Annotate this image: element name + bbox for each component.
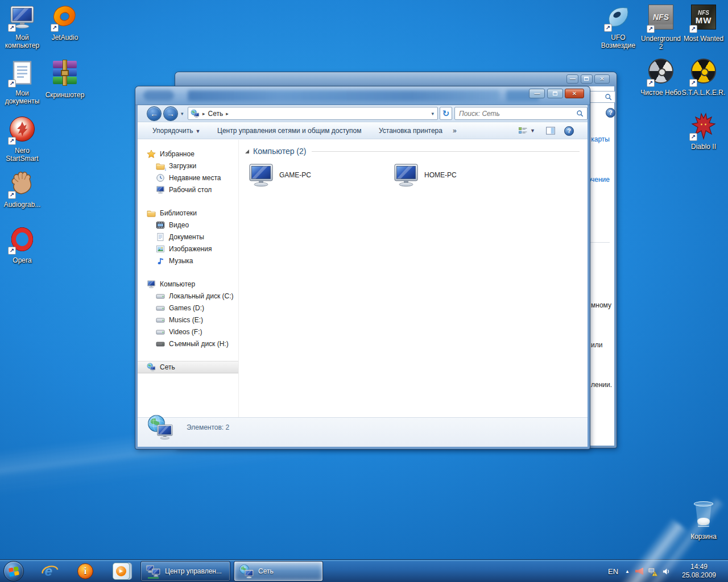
background-window-titlebar[interactable]: — ✕ xyxy=(175,72,617,86)
volume-tray-icon[interactable] xyxy=(660,560,672,582)
close-button[interactable]: ✕ xyxy=(565,89,584,98)
sidebar-item-disk-h[interactable]: Съемный диск (H:) xyxy=(138,338,238,350)
sidebar-item-disk-f[interactable]: Videos (F:) xyxy=(138,326,238,338)
search-input[interactable] xyxy=(455,107,587,119)
change-view-button[interactable]: ▼ xyxy=(518,122,535,139)
breadcrumb-network[interactable]: Сеть xyxy=(208,110,224,118)
sidebar-item-downloads[interactable]: ↓ Загрузки xyxy=(138,160,238,172)
windows-flag-icon xyxy=(9,566,20,577)
removable-drive-icon xyxy=(156,339,165,348)
sidebar-item-disk-d[interactable]: Games (D:) xyxy=(138,302,238,314)
maximize-button[interactable] xyxy=(547,89,563,98)
minimize-button[interactable]: — xyxy=(566,74,578,84)
organize-menu[interactable]: Упорядочить▼ xyxy=(152,122,200,139)
text-fragment: мному xyxy=(591,301,611,309)
recent-pages-chevron-icon[interactable]: ▾ xyxy=(181,111,184,117)
speaker-icon xyxy=(662,567,671,576)
address-dropdown-icon[interactable]: ▾ xyxy=(431,111,435,117)
close-button[interactable]: ✕ xyxy=(594,74,610,84)
search-box[interactable] xyxy=(454,107,588,120)
desktop-icon-jetaudio[interactable]: ↗ JetAudio xyxy=(43,3,87,41)
desktop-icon-stalker[interactable]: ↗ S.T.A.L.K.E.R. xyxy=(681,57,726,97)
desktop-icon-nero-startsmart[interactable]: ↗ Nero StartSmart xyxy=(0,115,44,163)
taskbar-ie-button[interactable]: e xyxy=(40,561,60,581)
maximize-button[interactable] xyxy=(581,74,593,84)
shortcut-arrow-icon: ↗ xyxy=(8,80,16,88)
recent-places-icon xyxy=(156,173,165,182)
desktop-icon-my-computer[interactable]: ↗ Мой компьютер xyxy=(0,3,44,50)
sidebar-item-recent-places[interactable]: Недавние места xyxy=(138,172,238,184)
nfs-logo-icon: NFS ↗ xyxy=(646,5,676,33)
help-icon[interactable]: ? xyxy=(606,108,615,118)
install-printer-button[interactable]: Установка принтера xyxy=(379,122,442,139)
nfs-mw-logo-icon: NFSMW ↗ xyxy=(689,5,718,33)
radiation-yellow-icon: ↗ xyxy=(689,59,718,87)
network-computer-game-pc[interactable]: GAME-PC xyxy=(247,160,384,190)
orange-i-icon: i xyxy=(77,563,93,579)
taskbar-media-player-button[interactable] xyxy=(111,561,131,581)
ufo-teardrop-icon: ↗ xyxy=(603,3,633,32)
sidebar-item-music[interactable]: Музыка xyxy=(138,255,238,267)
taskbar-window-network[interactable]: Сеть xyxy=(234,561,323,581)
red-speaker-tray-icon[interactable] xyxy=(634,560,645,582)
back-button[interactable]: ← xyxy=(147,106,162,121)
explorer-window-network[interactable]: — ✕ ← → ▾ ▸ Сеть ▸ ▾ ↻ xyxy=(135,86,590,449)
views-icon xyxy=(518,126,528,136)
refresh-button[interactable]: ↻ xyxy=(440,107,452,120)
shortcut-arrow-icon: ↗ xyxy=(51,24,59,32)
desktop-icon-nfs-most-wanted[interactable]: NFSMW ↗ Most Wanted xyxy=(681,3,726,43)
sidebar-item-disk-c[interactable]: Локальный диск (C:) xyxy=(138,290,238,302)
titlebar[interactable]: — ✕ xyxy=(135,86,590,105)
desktop-icon-diablo2[interactable]: ↗ Diablo II xyxy=(681,113,726,151)
computer-icon xyxy=(392,161,420,189)
help-icon: ? xyxy=(564,126,574,136)
taskbar-info-button[interactable]: i xyxy=(75,561,96,581)
forward-button[interactable]: → xyxy=(163,106,178,121)
sidebar-item-favorites[interactable]: Избранное xyxy=(138,148,238,160)
sidebar-item-computer[interactable]: Компьютер xyxy=(138,278,238,290)
clock-time: 14:49 xyxy=(690,563,708,571)
taskbar-window-network-center[interactable]: Центр управлен... xyxy=(140,561,230,581)
desktop-icon-nfs-underground2[interactable]: NFS ↗ Underground 2 xyxy=(639,3,683,51)
clock-date: 25.08.2009 xyxy=(682,571,716,580)
start-button[interactable] xyxy=(3,561,24,581)
sidebar-item-video[interactable]: Видео xyxy=(138,219,238,231)
sidebar-item-desktop[interactable]: Рабочий стол xyxy=(138,184,238,196)
network-computer-home-pc[interactable]: HOME-PC xyxy=(392,160,529,190)
group-header-computer[interactable]: Компьютер (2) xyxy=(245,146,580,157)
desktop-icon-my-documents[interactable]: ↗ Мои документы xyxy=(0,59,44,106)
desktop-icon-ufo[interactable]: ↗ UFO Возмездие xyxy=(596,3,640,50)
search-icon xyxy=(576,110,584,118)
desktop-monitor-icon xyxy=(156,185,165,194)
sidebar-item-network[interactable]: Сеть xyxy=(138,361,238,373)
network-center-button[interactable]: Центр управления сетями и общим доступом xyxy=(217,122,362,139)
taskbar-clock[interactable]: 14:49 25.08.2009 xyxy=(673,560,725,582)
minimize-button[interactable]: — xyxy=(529,89,545,98)
sidebar-item-pictures[interactable]: Изображения xyxy=(138,243,238,255)
desktop-icon-opera[interactable]: ↗ Opera xyxy=(0,226,44,264)
help-button[interactable]: ? xyxy=(564,122,574,139)
computer-icon xyxy=(247,161,275,189)
opera-ring-icon: ↗ xyxy=(7,226,37,255)
document-icon xyxy=(156,232,165,242)
show-hidden-icons-button[interactable]: ▲ xyxy=(622,560,633,582)
sidebar-item-documents[interactable]: Документы xyxy=(138,231,238,243)
svg-text:e: e xyxy=(45,563,53,579)
network-warning-tray-icon[interactable] xyxy=(646,560,659,582)
language-indicator[interactable]: EN xyxy=(605,560,622,582)
sidebar-item-disk-e[interactable]: Musics (E:) xyxy=(138,314,238,326)
shortcut-arrow-icon: ↗ xyxy=(689,133,697,141)
documents-icon: ↗ xyxy=(7,59,37,88)
preview-pane-button[interactable] xyxy=(545,122,556,139)
desktop-icon-screenshoter[interactable]: Скриншотер xyxy=(43,59,87,99)
desktop-icon-clear-sky[interactable]: ↗ Чистое Небо xyxy=(639,57,683,97)
address-bar[interactable]: ▸ Сеть ▸ ▾ xyxy=(188,107,438,120)
shortcut-arrow-icon: ↗ xyxy=(647,25,655,33)
desktop-icon-audiograbber[interactable]: ↗ Audiograb... xyxy=(0,171,44,209)
recycle-bin-icon xyxy=(689,501,718,531)
shortcut-arrow-icon: ↗ xyxy=(8,247,16,255)
toolbar-overflow-chevron[interactable]: » xyxy=(453,122,457,139)
breadcrumb-arrow-icon[interactable]: ▸ xyxy=(226,111,229,117)
desktop-icon-recycle-bin[interactable]: Корзина xyxy=(681,501,726,541)
sidebar-item-libraries[interactable]: Библиотеки xyxy=(138,207,238,219)
